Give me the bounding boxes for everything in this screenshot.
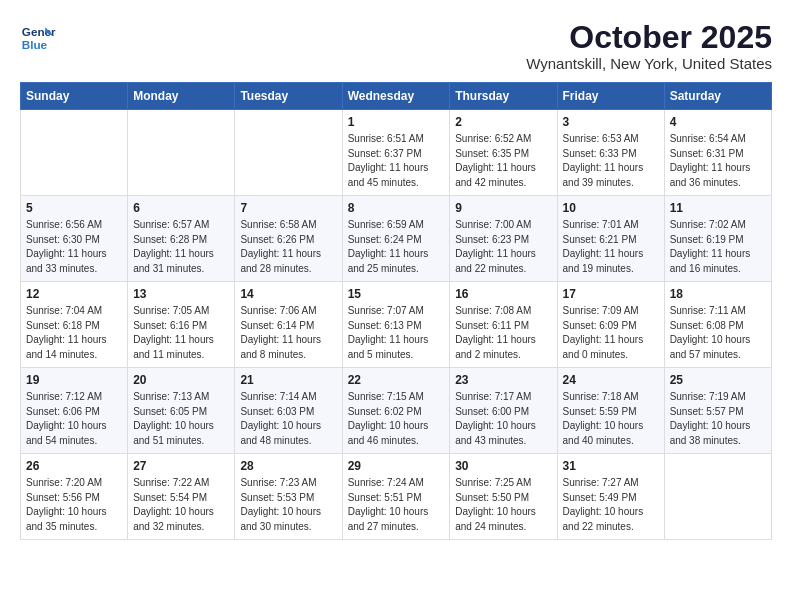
calendar-cell: 2Sunrise: 6:52 AM Sunset: 6:35 PM Daylig… (450, 110, 557, 196)
day-number: 20 (133, 373, 229, 387)
day-info: Sunrise: 7:22 AM Sunset: 5:54 PM Dayligh… (133, 476, 229, 534)
calendar-week-row: 5Sunrise: 6:56 AM Sunset: 6:30 PM Daylig… (21, 196, 772, 282)
day-info: Sunrise: 6:58 AM Sunset: 6:26 PM Dayligh… (240, 218, 336, 276)
day-info: Sunrise: 7:00 AM Sunset: 6:23 PM Dayligh… (455, 218, 551, 276)
svg-text:General: General (22, 25, 56, 38)
day-info: Sunrise: 7:08 AM Sunset: 6:11 PM Dayligh… (455, 304, 551, 362)
calendar-cell (235, 110, 342, 196)
day-number: 10 (563, 201, 659, 215)
calendar-cell: 11Sunrise: 7:02 AM Sunset: 6:19 PM Dayli… (664, 196, 771, 282)
day-number: 12 (26, 287, 122, 301)
day-number: 14 (240, 287, 336, 301)
calendar-cell: 15Sunrise: 7:07 AM Sunset: 6:13 PM Dayli… (342, 282, 450, 368)
day-info: Sunrise: 7:04 AM Sunset: 6:18 PM Dayligh… (26, 304, 122, 362)
calendar-cell: 3Sunrise: 6:53 AM Sunset: 6:33 PM Daylig… (557, 110, 664, 196)
calendar-cell: 12Sunrise: 7:04 AM Sunset: 6:18 PM Dayli… (21, 282, 128, 368)
calendar-cell (128, 110, 235, 196)
day-number: 25 (670, 373, 766, 387)
day-info: Sunrise: 7:17 AM Sunset: 6:00 PM Dayligh… (455, 390, 551, 448)
svg-text:Blue: Blue (22, 38, 48, 51)
day-info: Sunrise: 7:07 AM Sunset: 6:13 PM Dayligh… (348, 304, 445, 362)
day-number: 6 (133, 201, 229, 215)
day-info: Sunrise: 6:54 AM Sunset: 6:31 PM Dayligh… (670, 132, 766, 190)
day-info: Sunrise: 7:05 AM Sunset: 6:16 PM Dayligh… (133, 304, 229, 362)
calendar-cell: 21Sunrise: 7:14 AM Sunset: 6:03 PM Dayli… (235, 368, 342, 454)
day-number: 22 (348, 373, 445, 387)
calendar-cell: 28Sunrise: 7:23 AM Sunset: 5:53 PM Dayli… (235, 454, 342, 540)
calendar-cell: 7Sunrise: 6:58 AM Sunset: 6:26 PM Daylig… (235, 196, 342, 282)
day-info: Sunrise: 7:02 AM Sunset: 6:19 PM Dayligh… (670, 218, 766, 276)
day-of-week-header: Thursday (450, 83, 557, 110)
calendar-cell: 9Sunrise: 7:00 AM Sunset: 6:23 PM Daylig… (450, 196, 557, 282)
day-info: Sunrise: 7:20 AM Sunset: 5:56 PM Dayligh… (26, 476, 122, 534)
day-number: 1 (348, 115, 445, 129)
day-number: 30 (455, 459, 551, 473)
day-number: 29 (348, 459, 445, 473)
day-number: 31 (563, 459, 659, 473)
day-number: 23 (455, 373, 551, 387)
day-info: Sunrise: 7:13 AM Sunset: 6:05 PM Dayligh… (133, 390, 229, 448)
day-info: Sunrise: 7:15 AM Sunset: 6:02 PM Dayligh… (348, 390, 445, 448)
calendar-cell: 16Sunrise: 7:08 AM Sunset: 6:11 PM Dayli… (450, 282, 557, 368)
calendar-cell: 6Sunrise: 6:57 AM Sunset: 6:28 PM Daylig… (128, 196, 235, 282)
day-of-week-header: Saturday (664, 83, 771, 110)
calendar-cell: 29Sunrise: 7:24 AM Sunset: 5:51 PM Dayli… (342, 454, 450, 540)
day-info: Sunrise: 6:53 AM Sunset: 6:33 PM Dayligh… (563, 132, 659, 190)
day-info: Sunrise: 7:01 AM Sunset: 6:21 PM Dayligh… (563, 218, 659, 276)
calendar-cell: 5Sunrise: 6:56 AM Sunset: 6:30 PM Daylig… (21, 196, 128, 282)
day-number: 17 (563, 287, 659, 301)
calendar-cell: 14Sunrise: 7:06 AM Sunset: 6:14 PM Dayli… (235, 282, 342, 368)
calendar-week-row: 12Sunrise: 7:04 AM Sunset: 6:18 PM Dayli… (21, 282, 772, 368)
calendar-cell: 26Sunrise: 7:20 AM Sunset: 5:56 PM Dayli… (21, 454, 128, 540)
calendar-cell: 19Sunrise: 7:12 AM Sunset: 6:06 PM Dayli… (21, 368, 128, 454)
day-number: 4 (670, 115, 766, 129)
calendar-cell: 1Sunrise: 6:51 AM Sunset: 6:37 PM Daylig… (342, 110, 450, 196)
day-number: 18 (670, 287, 766, 301)
calendar-cell: 10Sunrise: 7:01 AM Sunset: 6:21 PM Dayli… (557, 196, 664, 282)
day-info: Sunrise: 6:51 AM Sunset: 6:37 PM Dayligh… (348, 132, 445, 190)
day-of-week-header: Wednesday (342, 83, 450, 110)
day-number: 5 (26, 201, 122, 215)
calendar-cell: 20Sunrise: 7:13 AM Sunset: 6:05 PM Dayli… (128, 368, 235, 454)
calendar-cell: 17Sunrise: 7:09 AM Sunset: 6:09 PM Dayli… (557, 282, 664, 368)
day-info: Sunrise: 6:52 AM Sunset: 6:35 PM Dayligh… (455, 132, 551, 190)
page-header: General Blue October 2025 Wynantskill, N… (20, 20, 772, 72)
day-number: 26 (26, 459, 122, 473)
day-number: 9 (455, 201, 551, 215)
day-number: 16 (455, 287, 551, 301)
day-number: 19 (26, 373, 122, 387)
day-number: 15 (348, 287, 445, 301)
calendar-cell: 24Sunrise: 7:18 AM Sunset: 5:59 PM Dayli… (557, 368, 664, 454)
logo-icon: General Blue (20, 20, 56, 56)
day-info: Sunrise: 7:23 AM Sunset: 5:53 PM Dayligh… (240, 476, 336, 534)
day-info: Sunrise: 7:27 AM Sunset: 5:49 PM Dayligh… (563, 476, 659, 534)
day-info: Sunrise: 7:18 AM Sunset: 5:59 PM Dayligh… (563, 390, 659, 448)
day-number: 7 (240, 201, 336, 215)
calendar-cell: 18Sunrise: 7:11 AM Sunset: 6:08 PM Dayli… (664, 282, 771, 368)
calendar-cell: 23Sunrise: 7:17 AM Sunset: 6:00 PM Dayli… (450, 368, 557, 454)
day-info: Sunrise: 6:57 AM Sunset: 6:28 PM Dayligh… (133, 218, 229, 276)
calendar-cell: 13Sunrise: 7:05 AM Sunset: 6:16 PM Dayli… (128, 282, 235, 368)
month-title: October 2025 (526, 20, 772, 55)
day-info: Sunrise: 7:09 AM Sunset: 6:09 PM Dayligh… (563, 304, 659, 362)
day-number: 28 (240, 459, 336, 473)
day-number: 13 (133, 287, 229, 301)
calendar-cell: 30Sunrise: 7:25 AM Sunset: 5:50 PM Dayli… (450, 454, 557, 540)
day-info: Sunrise: 6:56 AM Sunset: 6:30 PM Dayligh… (26, 218, 122, 276)
day-of-week-header: Sunday (21, 83, 128, 110)
calendar-cell (664, 454, 771, 540)
day-of-week-header: Monday (128, 83, 235, 110)
day-info: Sunrise: 7:24 AM Sunset: 5:51 PM Dayligh… (348, 476, 445, 534)
calendar-week-row: 1Sunrise: 6:51 AM Sunset: 6:37 PM Daylig… (21, 110, 772, 196)
day-info: Sunrise: 7:11 AM Sunset: 6:08 PM Dayligh… (670, 304, 766, 362)
day-number: 8 (348, 201, 445, 215)
calendar-cell: 4Sunrise: 6:54 AM Sunset: 6:31 PM Daylig… (664, 110, 771, 196)
calendar-week-row: 19Sunrise: 7:12 AM Sunset: 6:06 PM Dayli… (21, 368, 772, 454)
calendar-cell: 31Sunrise: 7:27 AM Sunset: 5:49 PM Dayli… (557, 454, 664, 540)
day-number: 24 (563, 373, 659, 387)
calendar-week-row: 26Sunrise: 7:20 AM Sunset: 5:56 PM Dayli… (21, 454, 772, 540)
day-info: Sunrise: 7:14 AM Sunset: 6:03 PM Dayligh… (240, 390, 336, 448)
day-of-week-header: Friday (557, 83, 664, 110)
calendar-cell: 25Sunrise: 7:19 AM Sunset: 5:57 PM Dayli… (664, 368, 771, 454)
day-of-week-header: Tuesday (235, 83, 342, 110)
